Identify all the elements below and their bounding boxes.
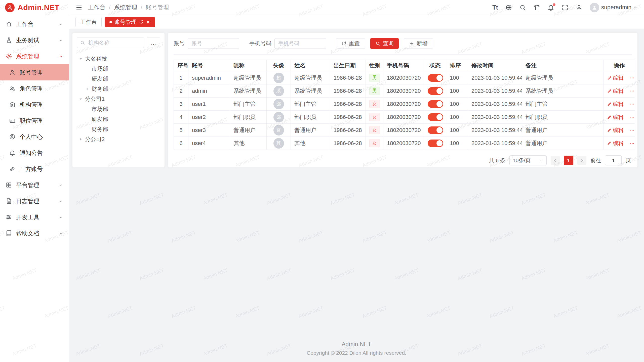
sidebar-item-business-test[interactable]: 业务测试	[0, 32, 69, 48]
status-toggle[interactable]	[428, 126, 443, 134]
status-toggle[interactable]	[428, 87, 443, 95]
more-actions-button[interactable]	[630, 88, 635, 94]
sidebar-item-role-management[interactable]: 角色管理	[0, 80, 69, 97]
more-actions-button[interactable]	[630, 75, 635, 80]
tree-node[interactable]: 市场部	[77, 64, 160, 74]
edit-button[interactable]: 编辑	[607, 101, 624, 108]
font-size-button[interactable]: Tt	[492, 4, 498, 11]
more-actions-button[interactable]	[630, 115, 635, 120]
more-actions-button[interactable]	[630, 102, 635, 107]
sidebar-item-workbench[interactable]: 工作台	[0, 16, 69, 32]
tab-close-icon[interactable]	[146, 20, 150, 24]
gear-icon	[6, 53, 12, 60]
plus-icon	[409, 41, 414, 46]
globe-button[interactable]	[505, 4, 512, 11]
sidebar-item-platform-management[interactable]: 平台管理	[0, 177, 69, 193]
tree-node[interactable]: 分公司2	[77, 134, 160, 144]
cell-remark: 普通用户	[522, 124, 603, 137]
edit-button[interactable]: 编辑	[607, 74, 624, 81]
tree-node[interactable]: 财务部	[77, 124, 160, 134]
sidebar-item-label: 职位管理	[20, 117, 43, 125]
prev-page-button[interactable]	[551, 156, 560, 165]
phone-input[interactable]	[274, 38, 326, 49]
edit-button[interactable]: 编辑	[607, 127, 624, 134]
sidebar-item-third-account[interactable]: 三方账号	[0, 161, 69, 177]
user-icon[interactable]	[576, 4, 583, 11]
more-actions-button[interactable]	[630, 128, 635, 133]
tree-node[interactable]: 分公司1	[77, 94, 160, 104]
tree-node[interactable]: 研发部	[77, 114, 160, 124]
org-tree: 大名科技 市场部 研发部 财务部	[77, 54, 160, 144]
avatar: 系	[273, 86, 284, 96]
edit-button[interactable]: 编辑	[607, 114, 624, 121]
status-toggle[interactable]	[428, 74, 443, 82]
sidebar-item-account-management[interactable]: 账号管理	[0, 64, 69, 80]
notification-bell-icon[interactable]	[547, 4, 554, 11]
add-label: 新增	[417, 40, 428, 47]
notification-badge	[553, 3, 555, 6]
table-row: 1 superadmin 超级管理员 超 超级管理员 1986-06-28 男 …	[174, 71, 635, 84]
sidebar-item-label: 机构管理	[20, 101, 43, 109]
cell-account: user4	[188, 137, 230, 150]
theme-icon[interactable]	[533, 4, 540, 11]
org-search-input[interactable]	[77, 37, 144, 48]
goto-page-input[interactable]	[605, 155, 622, 165]
tab-workbench[interactable]: 工作台	[75, 17, 102, 27]
pagination: 共 6 条 10条/页 1 前往 页	[174, 150, 632, 166]
hamburger-button[interactable]	[75, 4, 83, 11]
status-toggle[interactable]	[428, 100, 443, 108]
sidebar-item-notice[interactable]: 通知公告	[0, 145, 69, 161]
more-actions-button[interactable]	[630, 141, 635, 146]
cell-index: 6	[174, 137, 188, 150]
breadcrumb-item[interactable]: 系统管理	[114, 4, 137, 11]
tab-refresh-icon[interactable]	[139, 20, 143, 24]
tree-node[interactable]: 大名科技	[77, 54, 160, 64]
grid-icon	[6, 182, 12, 188]
more-options-button[interactable]: ...	[147, 37, 160, 48]
sidebar-item-system-management[interactable]: 系统管理	[0, 48, 69, 64]
goto-unit: 页	[626, 157, 631, 164]
page-number[interactable]: 1	[564, 156, 573, 165]
cell-sort: 100	[446, 137, 468, 150]
link-icon	[9, 166, 16, 172]
caret-down-icon[interactable]	[78, 57, 84, 61]
tree-node[interactable]: 研发部	[77, 74, 160, 84]
sidebar-item-help-docs[interactable]: 帮助文档	[0, 225, 69, 241]
avatar	[590, 3, 599, 12]
footer-copyright: Copyright © 2022 Dilon All rights reserv…	[69, 350, 644, 356]
sidebar: Admin.NET 工作台 业务测试 系统管理 账号管理	[0, 0, 69, 362]
cell-remark: 系统管理员	[522, 84, 603, 98]
tree-node[interactable]: 财务部	[77, 84, 160, 94]
tree-node[interactable]: 市场部	[77, 104, 160, 114]
caret-down-icon[interactable]	[78, 97, 84, 101]
document-icon	[6, 198, 12, 204]
account-input[interactable]	[188, 38, 239, 49]
sidebar-item-position-management[interactable]: 职位管理	[0, 113, 69, 129]
search-button[interactable]	[519, 4, 526, 11]
add-button[interactable]: 新增	[404, 38, 433, 49]
edit-button[interactable]: 编辑	[607, 140, 624, 147]
sidebar-item-log-management[interactable]: 日志管理	[0, 193, 69, 209]
user-menu[interactable]: superadmin	[590, 3, 637, 12]
total-count: 共 6 条	[489, 157, 505, 164]
reset-button[interactable]: 重置	[336, 38, 365, 49]
edit-icon	[607, 115, 612, 119]
cell-nickname: 超级管理员	[230, 71, 267, 84]
status-toggle[interactable]	[428, 140, 443, 147]
breadcrumb-item[interactable]: 工作台	[88, 4, 105, 11]
tab-account-management[interactable]: 账号管理	[105, 17, 155, 27]
user-circle-icon	[9, 133, 16, 140]
fullscreen-icon[interactable]	[561, 4, 569, 11]
tree-node-label: 分公司2	[85, 135, 105, 143]
caret-right-icon[interactable]	[85, 87, 90, 91]
page-size-select[interactable]: 10条/页	[509, 155, 547, 165]
caret-right-icon[interactable]	[78, 137, 84, 142]
goto-label: 前往	[590, 157, 601, 164]
sidebar-item-dev-tools[interactable]: 开发工具	[0, 209, 69, 225]
edit-button[interactable]: 编辑	[607, 87, 624, 95]
next-page-button[interactable]	[577, 156, 586, 165]
sidebar-item-user-center[interactable]: 个人中心	[0, 129, 69, 145]
status-toggle[interactable]	[428, 113, 443, 121]
sidebar-item-org-management[interactable]: 机构管理	[0, 97, 69, 113]
search-query-button[interactable]: 查询	[370, 38, 399, 49]
